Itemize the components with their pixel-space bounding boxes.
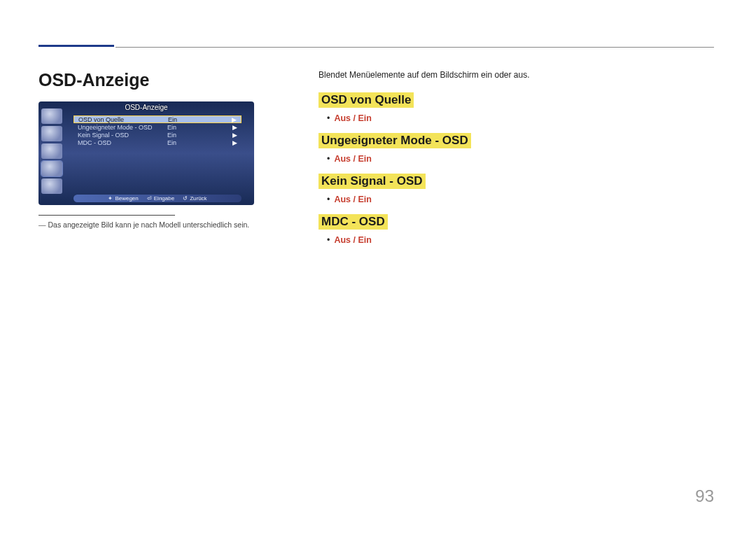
sub-heading: Ungeeigneter Mode - OSD — [318, 133, 471, 148]
option-text: Aus / Ein — [334, 154, 371, 164]
section: OSD von Quelle •Aus / Ein — [318, 92, 714, 123]
osd-sidebar-icon — [41, 108, 62, 124]
osd-sidebar-icon — [41, 126, 62, 141]
bullet-icon: • — [327, 195, 330, 204]
osd-menu-value: Ein — [167, 124, 184, 131]
section: MDC - OSD •Aus / Ein — [318, 214, 714, 245]
osd-menu-row: OSD von Quelle Ein ▶ — [74, 115, 241, 123]
sub-heading: MDC - OSD — [318, 214, 388, 230]
option-line: •Aus / Ein — [327, 235, 714, 245]
osd-menu-label: MDC - OSD — [78, 139, 162, 146]
osd-menu-row: Ungeeigneter Mode - OSD Ein ▶ — [74, 123, 241, 131]
back-icon: ↺ — [183, 195, 188, 202]
label: Zurück — [190, 195, 206, 202]
chevron-right-icon: ▶ — [190, 124, 237, 131]
osd-menu-value: Ein — [167, 132, 184, 139]
label: Bewegen — [115, 195, 138, 202]
option-text: Aus / Ein — [334, 113, 371, 123]
osd-menu-screenshot: OSD-Anzeige OSD von Quelle Ein ▶ Unge — [38, 101, 254, 205]
sub-heading: Kein Signal - OSD — [318, 174, 426, 189]
section: Ungeeigneter Mode - OSD •Aus / Ein — [318, 133, 714, 164]
osd-sidebar-icon-active — [41, 161, 62, 176]
osd-menu-row: Kein Signal - OSD Ein ▶ — [74, 131, 241, 139]
header-marker — [38, 45, 114, 47]
option-text: Aus / Ein — [334, 195, 371, 204]
page-number: 93 — [695, 486, 714, 506]
osd-footer-enter: ⏎ Eingabe — [147, 195, 174, 202]
image-caption: ―Das angezeigte Bild kann je nach Modell… — [38, 220, 276, 230]
osd-menu-value: Ein — [168, 116, 185, 123]
option-text: Aus / Ein — [334, 235, 371, 245]
osd-menu-label: OSD von Quelle — [78, 116, 162, 123]
header-rule — [115, 47, 714, 48]
chevron-right-icon: ▶ — [190, 139, 237, 146]
chevron-right-icon: ▶ — [190, 116, 237, 123]
osd-title: OSD-Anzeige — [38, 104, 254, 111]
label: Eingabe — [154, 195, 174, 202]
caption-text: Das angezeigte Bild kann je nach Modell … — [48, 220, 250, 229]
option-line: •Aus / Ein — [327, 154, 714, 164]
osd-footer-move: ✦ Bewegen — [108, 195, 138, 202]
bullet-icon: • — [327, 235, 330, 245]
osd-sidebar — [38, 108, 68, 194]
enter-icon: ⏎ — [147, 195, 152, 202]
intro-text: Blendet Menüelemente auf dem Bildschirm … — [318, 70, 714, 80]
chevron-right-icon: ▶ — [190, 132, 237, 139]
osd-menu-list: OSD von Quelle Ein ▶ Ungeeigneter Mode -… — [74, 115, 241, 146]
osd-sidebar-icon — [41, 178, 62, 194]
option-line: •Aus / Ein — [327, 113, 714, 123]
osd-menu-label: Ungeeigneter Mode - OSD — [78, 124, 162, 131]
osd-footer: ✦ Bewegen ⏎ Eingabe ↺ Zurück — [74, 195, 241, 202]
osd-menu-label: Kein Signal - OSD — [78, 132, 162, 139]
bullet-icon: • — [327, 154, 330, 164]
osd-menu-row: MDC - OSD Ein ▶ — [74, 139, 241, 146]
bullet-icon: • — [327, 113, 330, 123]
option-line: •Aus / Ein — [327, 195, 714, 204]
osd-sidebar-icon — [41, 143, 62, 159]
arrow-icon: ✦ — [108, 195, 113, 202]
separator-line — [38, 215, 175, 216]
osd-menu-value: Ein — [167, 139, 184, 146]
page-title: OSD-Anzeige — [38, 70, 276, 90]
osd-footer-back: ↺ Zurück — [183, 195, 206, 202]
sub-heading: OSD von Quelle — [318, 92, 414, 108]
section: Kein Signal - OSD •Aus / Ein — [318, 174, 714, 204]
